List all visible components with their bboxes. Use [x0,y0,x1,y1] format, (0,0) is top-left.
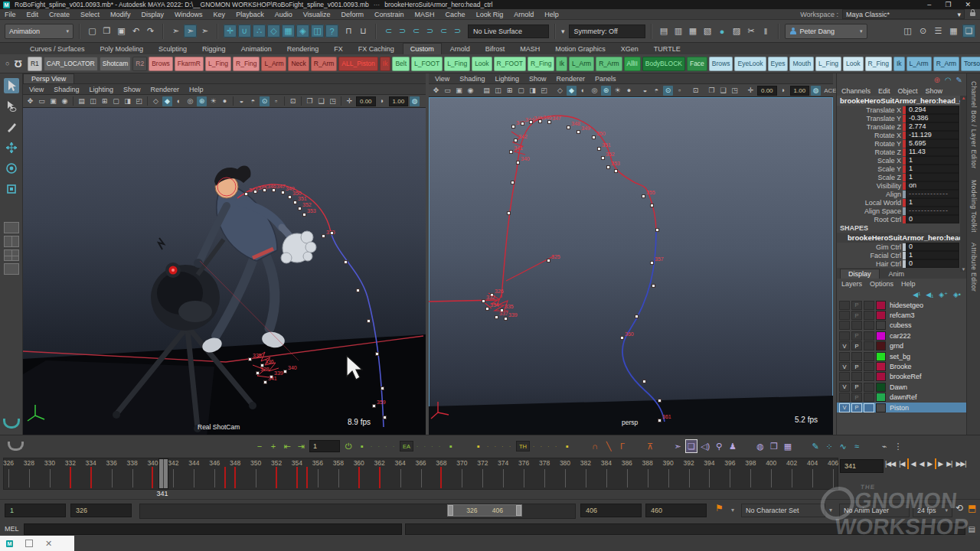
shelf-tab-turtle[interactable]: TURTLE [647,44,688,54]
menu-display[interactable]: Display [142,11,165,18]
select-component-icon[interactable]: ➣ [198,24,211,37]
shelf-button-r_fing[interactable]: R_Fing [528,57,554,71]
layer-color-swatch[interactable] [876,393,886,402]
layer-color-swatch[interactable] [876,341,886,350]
viewport-toolbar-icon[interactable]: ❐ [707,86,717,96]
select-object-icon[interactable]: ➣ [184,24,197,37]
shelf-button-all_piston[interactable]: ALL_Piston [338,57,377,71]
menu-deform[interactable]: Deform [341,11,364,18]
shelf-tab-motiongraphics[interactable]: Motion Graphics [548,44,612,54]
viewport-toolbar-icon[interactable]: ◓ [248,96,258,106]
menu-file[interactable]: File [5,11,16,18]
viewport-toolbar-icon[interactable]: ◉ [466,86,475,96]
viewport-toolbar-icon[interactable]: ◉ [60,96,70,106]
layer-editor-tab-anim[interactable]: Anim [881,269,913,279]
shelf-tab-custom[interactable]: Custom [403,43,442,54]
viewport-toolbar-icon[interactable]: ◨ [528,86,537,96]
pause-icon[interactable]: ‖ [760,24,773,37]
shelf-tab-fxcaching[interactable]: FX Caching [351,44,401,54]
viewport-toolbar-icon[interactable]: ◳ [730,86,740,96]
viewport-toolbar-icon[interactable]: ▭ [37,96,47,106]
viewport-toolbar-icon[interactable]: ⊡ [691,86,701,96]
menu-edit[interactable]: Edit [27,11,39,18]
left-viewport-menu-show[interactable]: Show [123,86,141,93]
symmetry-field[interactable]: Symmetry: Off [569,24,645,38]
layer-color-swatch[interactable] [876,331,886,341]
command-language-toggle[interactable]: MEL [5,525,19,533]
viewport-toolbar-icon[interactable]: ✥ [431,86,441,96]
playback-loop-icon[interactable]: ⟲ [956,503,963,514]
tangent-spline-icon[interactable]: ∩ [590,440,600,452]
four-pane-layout-button[interactable] [4,249,19,261]
layer-visibility-toggle[interactable] [839,311,850,320]
layer-mode-toggle[interactable] [864,321,874,330]
rotate-tool-icon[interactable] [4,161,19,176]
single-pane-layout-button[interactable] [4,222,19,233]
yellow-range-end-icon[interactable]: ▪ [562,440,573,452]
shelf-tab-curvessurfaces[interactable]: Curves / Surfaces [23,44,92,54]
shelf-button-ik[interactable]: Ik [380,57,391,71]
layer-playback-toggle[interactable]: P [851,311,862,320]
buffer-icon[interactable]: ≈ [851,440,862,452]
play-forwards-button[interactable]: ▶ [926,458,933,469]
shelf-button-l_arm[interactable]: L_Arm [261,57,286,71]
menu-select[interactable]: Select [80,11,100,18]
workspace-lock-icon[interactable] [970,12,975,16]
channel-edit-icon[interactable]: ✎ [956,76,962,84]
viewport-toolbar-icon[interactable]: ✛ [746,86,756,96]
shelf-button-eyelook[interactable]: EyeLook [734,57,766,71]
overflow-menu-icon[interactable]: ⋮ [893,440,903,452]
viewport-toolbar-icon[interactable]: ◍ [811,86,821,96]
menu-create[interactable]: Create [49,11,70,18]
step-forward-frame-button[interactable]: ▶| [946,458,952,469]
character-controls-icon[interactable]: ⊙ [916,24,929,37]
set-key-icon[interactable]: ⊼ [645,440,655,452]
viewport-toolbar-icon[interactable]: ◰ [539,86,549,96]
snap-grid-icon[interactable]: ◇ [267,24,280,37]
viewport-toolbar-icon[interactable]: ◆ [567,86,577,96]
viewport-toolbar-icon[interactable]: ◇ [151,96,161,106]
th-toggle[interactable]: TH [516,441,530,452]
layer-color-swatch[interactable] [876,301,886,310]
viewport-toolbar-icon[interactable]: ☀ [208,96,218,106]
move-layer-up-icon[interactable]: ◀¹ [913,291,920,298]
left-viewport-menu-lighting[interactable]: Lighting [89,86,113,93]
viewport-toolbar-icon[interactable]: ◗ [377,96,387,106]
layer-visibility-toggle[interactable] [839,321,850,330]
render-frame-icon[interactable]: ▤ [658,24,671,37]
timeline-playhead[interactable] [158,458,168,489]
layer-visibility-toggle[interactable] [839,393,850,402]
shelf-button-r_fing[interactable]: R_Fing [233,57,260,71]
shelf-button-r_arm[interactable]: R_Arm [311,57,337,71]
viewport-toolbar-icon[interactable]: ⊡ [288,96,298,106]
attribute-value-field[interactable]: 1 [906,198,959,207]
shelf-tab-polymodeling[interactable]: Poly Modeling [93,44,151,54]
shelf-button-r2[interactable]: R2 [132,57,147,71]
tangent-linear-icon[interactable]: ╲ [603,440,614,452]
highlight-selection-icon[interactable]: ⊔ [357,24,370,37]
layer-playback-toggle[interactable]: P [851,383,862,392]
attribute-value-field[interactable]: 0 [906,243,959,251]
audio-icon[interactable]: ◁) [700,440,710,452]
move-layer-down-icon[interactable]: ◀₁ [926,291,933,298]
shelf-button-r_foot[interactable]: R_FOOT [494,57,526,71]
step-back-frame-button[interactable]: |◀ [898,458,905,469]
layer-mode-toggle[interactable] [864,372,874,381]
viewport-toolbar-icon[interactable]: ◗ [779,86,789,96]
shelf-tab-rendering[interactable]: Rendering [280,44,326,54]
layer-row-refcam3[interactable]: Prefcam3 [837,310,967,320]
layer-mode-toggle[interactable] [864,403,874,412]
layer-row-dawn[interactable]: VPDawn [837,382,967,392]
render-sphere-icon[interactable]: ● [716,24,729,37]
curve-tool-icon[interactable]: ∿ [838,440,848,452]
go-to-start-button[interactable]: |◀◀ [884,458,896,469]
viewport-toolbar-icon[interactable]: ⊛ [601,86,611,96]
layer-row-cubess[interactable]: cubess [837,321,967,331]
range-slider-bar[interactable]: 326 406 [447,504,523,517]
bookmarks-icon[interactable]: ◫ [901,24,914,37]
layer-visibility-toggle[interactable]: V [839,362,850,371]
viewport-toolbar-icon[interactable]: ⊙ [260,96,270,106]
menu-help[interactable]: Help [544,11,559,18]
live-surface-field[interactable]: No Live Surface [468,24,549,38]
taskbar-maya-icon[interactable]: M [6,540,13,547]
